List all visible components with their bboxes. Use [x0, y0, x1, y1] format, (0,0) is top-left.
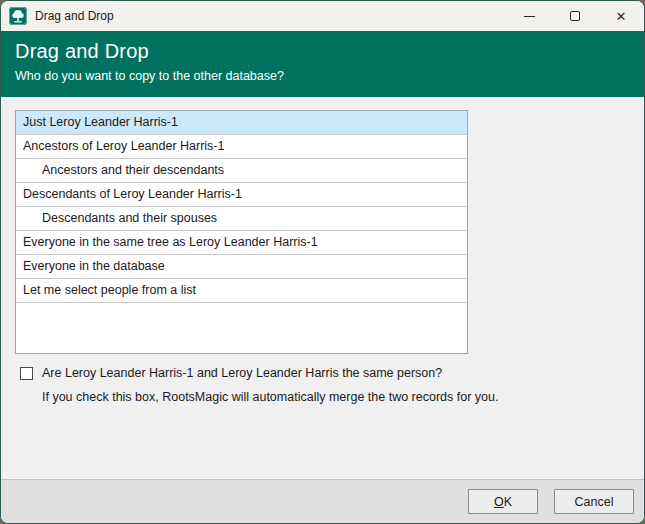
merge-note-text: If you check this box, RootsMagic will a… — [42, 390, 498, 404]
close-icon: ✕ — [616, 10, 627, 23]
rootsmagic-tree-icon — [9, 7, 27, 25]
close-button[interactable]: ✕ — [598, 1, 644, 31]
list-item-everyone[interactable]: Everyone in the database — [16, 255, 467, 279]
title-bar: Drag and Drop ✕ — [1, 1, 644, 31]
minimize-icon — [524, 16, 535, 17]
dialog-content: Just Leroy Leander Harris-1 Ancestors of… — [1, 97, 644, 479]
maximize-icon — [570, 11, 580, 21]
page-title: Drag and Drop — [15, 40, 644, 63]
same-person-row: Are Leroy Leander Harris-1 and Leroy Lea… — [20, 366, 442, 380]
list-item-ancestors-descendants[interactable]: Ancestors and their descendants — [16, 159, 467, 183]
copy-options-list: Just Leroy Leander Harris-1 Ancestors of… — [15, 110, 468, 354]
list-item-just-person[interactable]: Just Leroy Leander Harris-1 — [16, 111, 467, 135]
minimize-button[interactable] — [506, 1, 552, 31]
list-item-same-tree[interactable]: Everyone in the same tree as Leroy Leand… — [16, 231, 467, 255]
window-title: Drag and Drop — [35, 9, 506, 23]
list-item-descendants[interactable]: Descendants of Leroy Leander Harris-1 — [16, 183, 467, 207]
list-item-select-from-list[interactable]: Let me select people from a list — [16, 279, 467, 303]
cancel-button[interactable]: Cancel — [554, 489, 634, 514]
ok-button[interactable]: OK — [468, 489, 538, 514]
page-subtitle: Who do you want to copy to the other dat… — [15, 69, 644, 83]
ok-label-rest: K — [504, 495, 512, 509]
cancel-label: Cancel — [575, 495, 614, 509]
button-bar: OK Cancel — [1, 479, 644, 523]
dialog-header: Drag and Drop Who do you want to copy to… — [1, 31, 644, 97]
maximize-button[interactable] — [552, 1, 598, 31]
same-person-checkbox[interactable] — [20, 367, 33, 380]
list-item-ancestors[interactable]: Ancestors of Leroy Leander Harris-1 — [16, 135, 467, 159]
list-item-descendants-spouses[interactable]: Descendants and their spouses — [16, 207, 467, 231]
drag-and-drop-dialog: Drag and Drop ✕ Drag and Drop Who do you… — [0, 0, 645, 524]
same-person-label[interactable]: Are Leroy Leander Harris-1 and Leroy Lea… — [42, 366, 442, 380]
ok-label-mnemonic: O — [494, 495, 504, 509]
